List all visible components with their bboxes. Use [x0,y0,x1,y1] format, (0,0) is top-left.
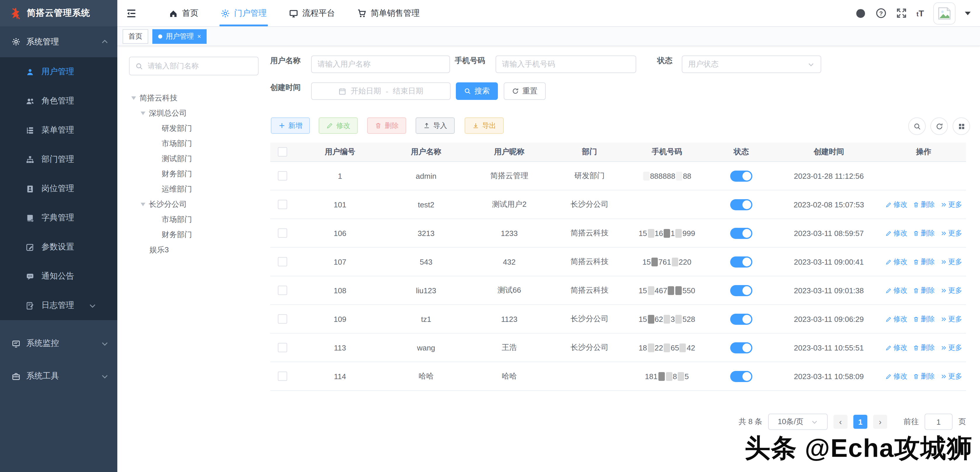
caret-down-icon[interactable] [141,112,145,115]
edit-row-link[interactable]: 修改 [885,285,907,295]
app-logo[interactable]: 简搭云管理系统 [0,0,117,26]
sidebar-item-system-tools[interactable]: 系统工具 [0,360,117,392]
status-toggle[interactable] [730,371,752,382]
sidebar-item-8[interactable]: 日志管理 [0,291,117,320]
sidebar-item-4[interactable]: 岗位管理 [0,174,117,203]
delete-row-link[interactable]: 删除 [913,199,935,209]
close-icon[interactable]: × [197,33,201,40]
sidebar-item-1[interactable]: 角色管理 [0,86,117,116]
sidebar-toggle-icon[interactable] [126,7,137,19]
tree-node-6[interactable]: 运维部门 [129,182,259,197]
more-row-link[interactable]: 更多 [940,314,962,324]
next-page-button[interactable]: › [873,415,887,429]
table-search-toggle-button[interactable] [908,117,926,135]
status-toggle[interactable] [730,199,752,210]
prev-page-button[interactable]: ‹ [834,415,848,429]
row-checkbox[interactable] [278,200,287,209]
fullscreen-icon[interactable] [896,8,907,19]
delete-row-link[interactable]: 删除 [913,285,935,295]
github-icon[interactable] [855,8,866,19]
tree-node-9[interactable]: 财务部门 [129,227,259,242]
username-input[interactable]: 请输入用户名称 [311,56,450,73]
edit-row-link[interactable]: 修改 [885,343,907,352]
avatar[interactable] [933,2,956,24]
sidebar-item-6[interactable]: 参数设置 [0,233,117,262]
status-toggle[interactable] [730,285,752,296]
tree-node-0[interactable]: 简搭云科技 [129,91,259,106]
sidebar-item-2[interactable]: 菜单管理 [0,116,117,145]
more-row-link[interactable]: 更多 [940,285,962,295]
sidebar-item-5[interactable]: 字典管理 [0,203,117,233]
caret-down-icon[interactable] [141,203,145,206]
search-button[interactable]: 搜索 [456,82,498,100]
row-checkbox[interactable] [278,171,287,180]
table-refresh-button[interactable] [931,117,948,135]
nav-tab-portal-management[interactable]: 门户管理 [220,0,268,26]
edit-row-link[interactable]: 修改 [885,199,907,209]
import-button[interactable]: 导入 [415,117,455,134]
nav-tab-home[interactable]: 首页 [167,0,200,26]
caret-down-icon[interactable] [131,96,136,100]
tree-node-3[interactable]: 市场部门 [129,136,259,151]
edit-row-link[interactable]: 修改 [885,257,907,267]
tree-node-4[interactable]: 测试部门 [129,151,259,166]
status-toggle[interactable] [730,256,752,267]
more-row-link[interactable]: 更多 [940,343,962,352]
select-all-checkbox[interactable] [278,147,287,156]
status-toggle[interactable] [730,170,752,182]
row-checkbox[interactable] [278,314,287,324]
goto-page-input[interactable]: 1 [924,414,953,430]
user-menu-caret-icon[interactable] [965,11,970,15]
page-size-select[interactable]: 10条/页 [768,414,828,430]
row-checkbox[interactable] [278,228,287,238]
column-settings-button[interactable] [953,117,970,135]
tree-node-8[interactable]: 市场部门 [129,212,259,227]
more-row-link[interactable]: 更多 [940,228,962,238]
nav-tab-process-platform[interactable]: 流程平台 [288,0,336,26]
phone-input[interactable]: 请输入手机号码 [496,56,636,73]
delete-row-link[interactable]: 删除 [913,257,935,267]
delete-row-link[interactable]: 删除 [913,371,935,381]
more-row-link[interactable]: 更多 [940,371,962,381]
reset-button[interactable]: 重置 [504,82,546,100]
more-row-link[interactable]: 更多 [940,257,962,267]
font-size-icon[interactable]: tT [916,8,924,18]
delete-button[interactable]: 删除 [367,117,406,134]
page-1-button[interactable]: 1 [853,415,867,429]
delete-row-link[interactable]: 删除 [913,228,935,238]
edit-button[interactable]: 修改 [319,117,358,134]
edit-row-link[interactable]: 修改 [885,228,907,238]
row-checkbox[interactable] [278,257,287,266]
tree-node-5[interactable]: 财务部门 [129,166,259,182]
status-toggle[interactable] [730,342,752,353]
status-select[interactable]: 用户状态 [682,56,821,73]
sidebar-item-7[interactable]: 通知公告 [0,262,117,291]
tag-home[interactable]: 首页 [123,29,148,43]
edit-row-link[interactable]: 修改 [885,371,907,381]
export-button[interactable]: 导出 [465,117,504,134]
date-range-input[interactable]: 开始日期 - 结束日期 [311,82,450,100]
department-search-input[interactable]: 请输入部门名称 [129,57,259,75]
more-row-link[interactable]: 更多 [940,199,962,209]
sidebar-item-system-monitor[interactable]: 系统监控 [0,327,117,360]
delete-row-link[interactable]: 删除 [913,343,935,352]
sidebar-item-3[interactable]: 部门管理 [0,145,117,174]
tag-user-management[interactable]: 用户管理 × [152,29,207,43]
tree-node-1[interactable]: 深圳总公司 [129,106,259,121]
add-button[interactable]: 新增 [271,117,310,134]
status-toggle[interactable] [730,228,752,239]
row-checkbox[interactable] [278,372,287,381]
tree-node-2[interactable]: 研发部门 [129,121,259,136]
edit-row-link[interactable]: 修改 [885,314,907,324]
nav-tab-sales-management[interactable]: 简单销售管理 [356,0,421,26]
sidebar-group-system-management[interactable]: 系统管理 [0,26,117,57]
tree-node-10[interactable]: 娱乐3 [129,242,259,258]
help-icon[interactable]: ? [875,8,887,19]
status-toggle[interactable] [730,313,752,324]
tree-node-7[interactable]: 长沙分公司 [129,197,259,212]
row-checkbox[interactable] [278,285,287,295]
sidebar-item-0[interactable]: 用户管理 [0,57,117,86]
delete-row-link[interactable]: 删除 [913,314,935,324]
trash-icon [913,316,919,322]
row-checkbox[interactable] [278,343,287,352]
